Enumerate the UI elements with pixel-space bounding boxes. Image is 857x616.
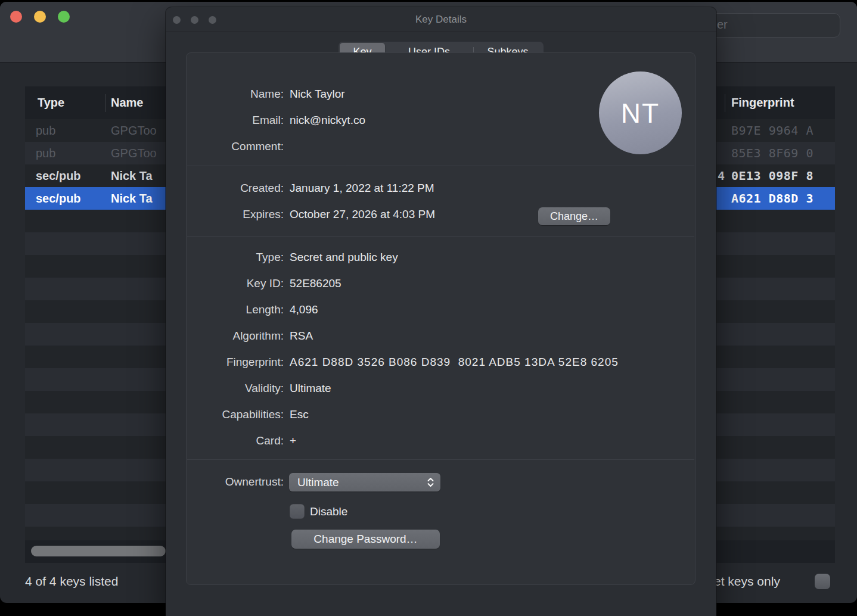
window-controls (10, 11, 70, 23)
field-label: Email: (187, 113, 284, 128)
cell-fingerprint: 0E13 098F 8 (731, 164, 813, 187)
disable-checkbox[interactable] (290, 504, 305, 519)
ownertrust-select[interactable]: Ultimate (289, 473, 440, 491)
key-details-window: Key Details Key User IDs Subkeys NT Name… (166, 7, 716, 616)
field-label: Capabilities: (187, 407, 284, 422)
field-label: Created: (187, 181, 284, 196)
cell-fingerprint: 85E3 8F69 0 (731, 142, 813, 164)
cell-name: Nick Ta (111, 164, 153, 187)
field-row-name: Name: Nick Taylor (187, 86, 695, 102)
field-row-expires: Expires: October 27, 2026 at 4:03 PM (187, 207, 695, 222)
field-value: A621 D88D 3526 B086 D839 8021 ADB5 13DA … (290, 354, 619, 370)
keys-table-right: Fingerprint B97E 9964 A 85E3 8F69 0 4 0E… (716, 86, 835, 563)
secret-keys-only-label-fragment: ret keys only (710, 574, 780, 589)
chevron-up-down-icon (427, 477, 434, 487)
cell-type: pub (36, 119, 55, 142)
change-password-button[interactable]: Change Password… (291, 530, 440, 549)
table-header: Fingerprint (716, 86, 835, 119)
modal-title: Key Details (166, 7, 716, 32)
field-value: 4,096 (290, 302, 318, 318)
field-value: RSA (290, 328, 313, 344)
field-label: Key ID: (187, 276, 284, 291)
keys-count-status: 4 of 4 keys listed (25, 574, 118, 589)
field-row-created: Created: January 1, 2022 at 11:22 PM (187, 181, 695, 196)
column-header-fingerprint[interactable]: Fingerprint (731, 86, 794, 119)
horizontal-scrollbar[interactable] (25, 540, 166, 563)
field-label: Algorithm: (187, 328, 284, 344)
field-value: Ultimate (290, 381, 331, 396)
zoom-window-button[interactable] (58, 11, 70, 23)
field-label: Type: (187, 250, 284, 265)
cell-fragment: 4 (718, 164, 725, 187)
search-placeholder-fragment: er (717, 18, 728, 32)
field-row-ownertrust: Ownertrust: (187, 474, 695, 490)
table-row-selected[interactable]: A621 D88D 3 (716, 187, 835, 210)
field-row-fingerprint: Fingerprint: A621 D88D 3526 B086 D839 80… (187, 354, 695, 370)
field-value: nick@nickyt.co (290, 113, 365, 128)
cell-type: pub (36, 142, 55, 164)
field-label: Card: (187, 433, 284, 449)
field-label: Expires: (187, 207, 284, 222)
field-label: Ownertrust: (187, 474, 284, 490)
key-details-panel: NT Name: Nick Taylor Email: nick@nickyt.… (186, 52, 695, 585)
table-row-selected[interactable]: sec/pub Nick Ta (25, 187, 166, 210)
table-row[interactable]: sec/pub Nick Ta (25, 164, 166, 187)
field-row-key-id: Key ID: 52E86205 (187, 276, 695, 291)
field-value: Esc (290, 407, 309, 422)
field-row-capabilities: Capabilities: Esc (187, 407, 695, 422)
field-label: Name: (187, 86, 284, 102)
table-row[interactable]: pub GPGToo (25, 119, 166, 142)
field-row-validity: Validity: Ultimate (187, 381, 695, 396)
table-body: pub GPGToo pub GPGToo sec/pub Nick Ta se… (25, 119, 166, 540)
modal-titlebar: Key Details (166, 7, 716, 32)
disable-checkbox-label: Disable (310, 504, 347, 519)
field-value: October 27, 2026 at 4:03 PM (290, 207, 435, 222)
column-divider[interactable] (105, 94, 105, 112)
secret-keys-only-checkbox[interactable] (815, 574, 830, 589)
field-label: Comment: (187, 139, 284, 154)
column-header-type[interactable]: Type (38, 86, 64, 119)
table-row[interactable]: 85E3 8F69 0 (716, 142, 835, 164)
field-label: Length: (187, 302, 284, 318)
keys-table-left: Type Name pub GPGToo pub GPGToo sec/pub … (25, 86, 166, 563)
table-body: B97E 9964 A 85E3 8F69 0 4 0E13 098F 8 A6… (716, 119, 835, 540)
minimize-window-button[interactable] (34, 11, 46, 23)
field-row-card: Card: + (187, 433, 695, 449)
field-value: Secret and public key (290, 250, 398, 265)
cell-fingerprint: B97E 9964 A (731, 119, 813, 142)
field-value: 52E86205 (290, 276, 341, 291)
change-expiry-button[interactable]: Change… (538, 207, 610, 225)
field-value: January 1, 2022 at 11:22 PM (290, 181, 434, 196)
cell-type: sec/pub (36, 187, 81, 210)
cell-type: sec/pub (36, 164, 81, 187)
section-divider (187, 166, 694, 166)
field-label: Validity: (187, 381, 284, 396)
gpg-keychain-screen: er Type Name pub GPGToo pub GPGToo s (0, 0, 857, 616)
field-value: + (290, 433, 296, 449)
column-divider[interactable] (725, 94, 725, 112)
cell-name: GPGToo (111, 142, 157, 164)
table-row[interactable]: B97E 9964 A (716, 119, 835, 142)
column-header-name[interactable]: Name (111, 86, 143, 119)
scrollbar-thumb[interactable] (31, 546, 166, 556)
ownertrust-selected-value: Ultimate (297, 473, 339, 491)
field-row-email: Email: nick@nickyt.co (187, 113, 695, 128)
field-row-length: Length: 4,096 (187, 302, 695, 318)
field-row-type: Type: Secret and public key (187, 250, 695, 265)
section-divider (187, 236, 694, 237)
field-row-comment: Comment: (187, 139, 695, 154)
field-value: Nick Taylor (290, 86, 345, 102)
field-row-algorithm: Algorithm: RSA (187, 328, 695, 344)
field-label: Fingerprint: (187, 354, 284, 370)
section-divider (187, 459, 694, 460)
table-row[interactable]: 4 0E13 098F 8 (716, 164, 835, 187)
cell-name: Nick Ta (111, 187, 153, 210)
close-window-button[interactable] (10, 11, 22, 23)
cell-name: GPGToo (111, 119, 157, 142)
cell-fingerprint: A621 D88D 3 (731, 187, 813, 210)
horizontal-scrollbar[interactable] (716, 540, 835, 563)
table-row[interactable]: pub GPGToo (25, 142, 166, 164)
table-header: Type Name (25, 86, 166, 119)
